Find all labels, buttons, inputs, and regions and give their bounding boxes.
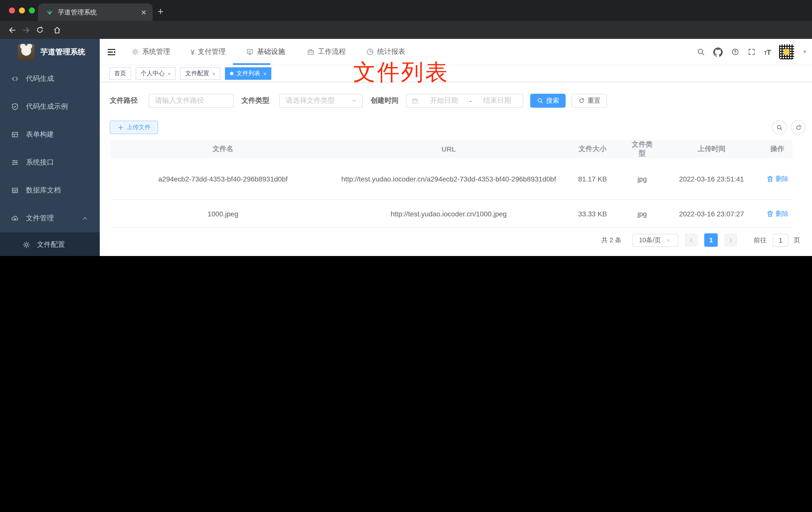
sidebar-item-system-api[interactable]: 系统接口 [0,149,100,177]
file-path-input[interactable]: 请输入文件路径 [149,94,234,108]
col-size: 文件大小 [561,145,624,154]
create-time-label: 创建时间 [371,96,399,105]
tag-close-icon[interactable]: × [168,70,171,77]
chevron-right-icon [727,237,734,244]
github-icon[interactable] [713,47,723,57]
shield-check-icon [10,103,20,111]
topnav-report[interactable]: 统计报表 [366,48,405,56]
new-tab-button[interactable]: + [157,5,163,18]
browser-tab-strip: 芋道管理系统 ✕ + [0,0,812,21]
sidebar-item-file-manage[interactable]: 文件管理 [0,204,100,232]
fullscreen-icon[interactable] [748,48,756,56]
tag-home[interactable]: 首页 [109,67,131,80]
tag-file-config[interactable]: 文件配置× [180,67,221,80]
main-area: 系统管理 ¥支付管理 基础设施 工作流程 统计报表 TT ▼ 首页 个人中心× … [100,39,812,256]
reset-button[interactable]: 重置 [572,94,607,108]
tag-close-icon[interactable]: × [212,70,215,77]
date-range-picker[interactable]: 开始日期 - 结束日期 [406,94,523,108]
avatar-caret-down-icon[interactable]: ▼ [803,49,807,54]
browser-toolbar: 127.0.0.1:1024/infra/file/file 11 ⌘ [0,21,812,39]
search-icon [776,124,783,131]
sidebar-item-file-config[interactable]: 文件配置 [0,232,100,256]
sliders-icon [10,158,20,167]
topnav-pay[interactable]: ¥支付管理 [191,48,226,56]
table-row: 1000.jpeg http://test.yudao.iocoder.cn/1… [110,200,792,228]
help-icon[interactable] [731,48,739,56]
active-dot [230,72,233,75]
table-toolbar: 上传文件 [100,121,812,134]
cell-type: jpg [624,175,661,183]
topnav-workflow[interactable]: 工作流程 [307,48,346,56]
tag-close-icon[interactable]: × [263,70,267,77]
tag-profile[interactable]: 个人中心× [136,67,176,80]
show-search-toggle-button[interactable] [772,120,787,134]
search-icon [537,97,544,104]
logo-avatar [18,43,34,60]
cell-time: 2022-03-16 23:07:27 [661,210,762,218]
file-type-label: 文件类型 [241,96,269,105]
window-zoom-button[interactable] [29,7,35,13]
refresh-icon [578,97,585,104]
pagination: 共 2 条 10条/页 1 前往 1 页 [100,233,800,247]
topnav-system[interactable]: 系统管理 [131,48,170,56]
font-size-icon[interactable]: TT [764,48,771,56]
browser-tab[interactable]: 芋道管理系统 ✕ [38,3,153,21]
window-minimize-button[interactable] [19,7,25,13]
screen: 芋道管理系统 ✕ + 127.0.0.1:1024/infra/file/fil… [0,0,812,256]
briefcase-icon [307,48,315,56]
date-separator: - [469,97,472,105]
reload-icon[interactable] [33,26,47,34]
goto-label: 前往 [754,236,766,244]
sidebar-item-db-doc[interactable]: 数据库文档 [0,177,100,204]
sidebar: 芋道管理系统 代码生成 代码生成示例 表单构建 系统接口 数据库文档 文件管理 … [0,39,100,256]
delete-button[interactable]: 删除 [766,209,788,218]
refresh-icon [795,124,802,131]
app-title: 芋道管理系统 [40,47,85,57]
file-manage-submenu: 文件配置 文件列表 [0,232,100,256]
window-close-button[interactable] [9,7,15,13]
page-size-select[interactable]: 10条/页 [633,234,678,246]
search-button[interactable]: 搜索 [530,94,566,108]
tab-close-icon[interactable]: ✕ [141,8,147,16]
date-start[interactable]: 开始日期 [424,96,464,105]
sidebar-item-form-builder[interactable]: 表单构建 [0,121,100,149]
tag-file-list[interactable]: 文件列表× [225,67,271,80]
file-table: 文件名 URL 文件大小 文件类型 上传时间 操作 a294ecb2-73dd-… [110,140,792,228]
col-actions: 操作 [762,145,792,154]
calendar-icon [411,97,418,104]
date-end[interactable]: 结束日期 [477,96,518,105]
cell-type: jpg [624,210,661,218]
chevron-left-icon [688,237,695,244]
goto-page-input[interactable]: 1 [773,234,788,246]
home-icon[interactable] [50,26,64,34]
cloud-download-icon [10,214,20,222]
page-1-button[interactable]: 1 [704,233,718,247]
file-type-select[interactable]: 请选择文件类型 [279,94,362,108]
cell-url: http://test.yudao.iocoder.cn/1000.jpeg [336,208,561,219]
sidebar-logo[interactable]: 芋道管理系统 [0,39,100,65]
red-annotation-text: 文件列表 [353,61,449,83]
cell-actions: 删除 [762,209,792,218]
back-icon[interactable] [5,26,19,34]
cell-size: 33.33 KB [561,210,624,218]
col-type: 文件类型 [624,140,661,158]
chevron-down-icon [665,237,672,244]
upload-file-button[interactable]: 上传文件 [110,121,158,134]
user-avatar-qr[interactable] [779,44,794,59]
hamburger-icon[interactable] [107,47,116,57]
topnav-infra[interactable]: 基础设施 [246,48,285,56]
sidebar-item-code-gen[interactable]: 代码生成 [0,65,100,93]
trash-icon [766,210,774,218]
next-page-button[interactable] [724,233,737,247]
total-count: 共 2 条 [601,236,621,244]
prev-page-button[interactable] [685,233,698,247]
cell-actions: 删除 [762,174,792,183]
sidebar-item-code-demo[interactable]: 代码生成示例 [0,93,100,121]
search-icon[interactable] [697,48,705,56]
refresh-table-button[interactable] [791,120,806,134]
delete-button[interactable]: 删除 [766,174,788,183]
forward-icon[interactable] [19,26,33,34]
active-nav-underline [233,63,270,65]
col-url: URL [336,144,561,155]
favicon-sprout-icon [46,8,53,16]
